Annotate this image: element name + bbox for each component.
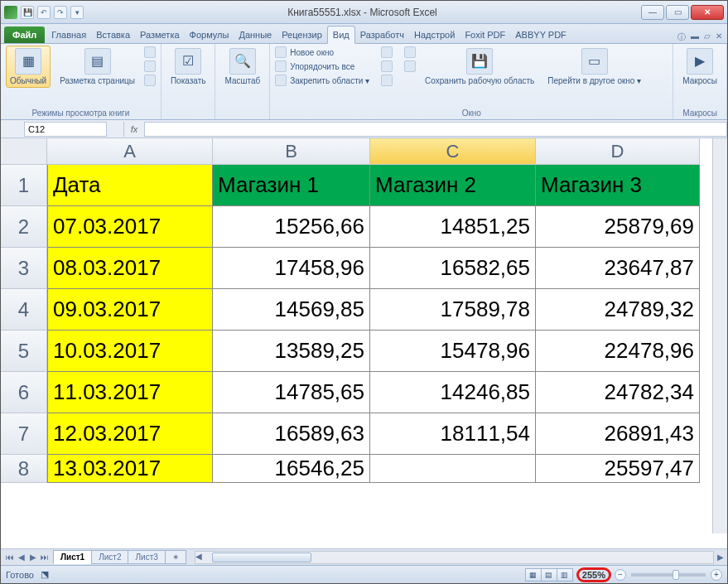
- tab-view[interactable]: Вид: [327, 26, 355, 44]
- col-header-b[interactable]: B: [213, 138, 370, 165]
- cell[interactable]: 09.03.2017: [47, 289, 213, 331]
- view-normal-icon[interactable]: ▦: [525, 568, 542, 582]
- qat-customize[interactable]: ▾: [70, 6, 84, 19]
- zoom-button[interactable]: 🔍 Масштаб: [220, 46, 264, 88]
- row-header-4[interactable]: 4: [1, 289, 47, 331]
- page-break-preview-button[interactable]: [144, 46, 156, 59]
- cell[interactable]: 16582,65: [370, 248, 536, 289]
- custom-views-button[interactable]: [144, 60, 156, 73]
- hide-button[interactable]: [381, 60, 393, 73]
- tab-layout[interactable]: Разметка: [135, 27, 185, 43]
- cell[interactable]: 16589,63: [213, 413, 370, 455]
- zoom-percent[interactable]: 255%: [576, 567, 611, 582]
- qat-redo[interactable]: ↷: [54, 6, 67, 19]
- row-header-5[interactable]: 5: [1, 331, 47, 372]
- name-box[interactable]: C12: [24, 122, 107, 137]
- vertical-scrollbar[interactable]: [712, 138, 727, 533]
- row-header-1[interactable]: 1: [1, 165, 47, 206]
- cell[interactable]: Магазин 2: [370, 165, 536, 206]
- sheet-nav-last[interactable]: ⏭: [39, 553, 51, 562]
- zoom-in-button[interactable]: +: [711, 569, 722, 581]
- tab-file[interactable]: Файл: [4, 27, 45, 43]
- ribbon-help-icon[interactable]: ⓘ: [677, 31, 686, 43]
- sync-scroll-button[interactable]: [404, 46, 416, 59]
- cell[interactable]: 08.03.2017: [47, 248, 213, 289]
- maximize-button[interactable]: ▭: [666, 5, 689, 20]
- cell[interactable]: Дата: [47, 165, 213, 206]
- tab-formulas[interactable]: Формулы: [185, 27, 234, 43]
- sheet-tab-3[interactable]: Лист3: [128, 550, 165, 564]
- minimize-button[interactable]: —: [641, 5, 664, 20]
- cell[interactable]: Магазин 3: [536, 165, 700, 206]
- hscroll-left-icon[interactable]: ◀: [195, 552, 202, 561]
- tab-home[interactable]: Главная: [46, 27, 91, 43]
- sheet-nav-prev[interactable]: ◀: [16, 553, 27, 562]
- cell[interactable]: 17589,78: [370, 289, 536, 331]
- cell[interactable]: 13589,25: [213, 331, 370, 372]
- hscroll-thumb[interactable]: [212, 553, 311, 562]
- tab-developer[interactable]: Разработч: [355, 27, 409, 43]
- sheet-nav-next[interactable]: ▶: [27, 553, 39, 562]
- new-window-button[interactable]: Новое окно: [275, 46, 369, 59]
- cell[interactable]: 16546,25: [213, 455, 370, 483]
- ribbon-close-icon[interactable]: ✕: [716, 31, 722, 43]
- switch-windows-button[interactable]: ▭ Перейти в другое окно ▾: [543, 46, 645, 88]
- cell[interactable]: 24782,34: [536, 372, 700, 413]
- cell[interactable]: 25597,47: [536, 455, 700, 483]
- cell[interactable]: 24789,32: [536, 289, 700, 331]
- cell[interactable]: 23647,87: [536, 248, 700, 289]
- split-button[interactable]: [381, 46, 393, 59]
- cell[interactable]: 11.03.2017: [47, 372, 213, 413]
- cell[interactable]: 22478,96: [536, 331, 700, 372]
- formula-input[interactable]: [145, 122, 727, 137]
- row-header-8[interactable]: 8: [1, 455, 47, 483]
- macro-record-icon[interactable]: ⬔: [41, 569, 49, 580]
- cell[interactable]: 25879,69: [536, 206, 700, 248]
- cell[interactable]: 15478,96: [370, 331, 536, 372]
- freeze-panes-button[interactable]: Закрепить области ▾: [275, 74, 369, 87]
- tab-abbyy[interactable]: ABBYY PDF: [510, 27, 571, 43]
- view-pagelayout-icon[interactable]: ▤: [541, 568, 557, 582]
- zoom-slider[interactable]: [631, 573, 706, 577]
- cell[interactable]: 07.03.2017: [47, 206, 213, 248]
- sheet-nav-first[interactable]: ⏮: [4, 553, 16, 562]
- tab-review[interactable]: Рецензир: [277, 27, 327, 43]
- full-screen-button[interactable]: [144, 74, 156, 87]
- close-button[interactable]: ✕: [691, 5, 724, 20]
- reset-pos-button[interactable]: [404, 60, 416, 73]
- ribbon-restore-icon[interactable]: ▱: [704, 31, 711, 43]
- ribbon-minimize-icon[interactable]: ▬: [691, 31, 699, 43]
- fx-icon[interactable]: fx: [123, 122, 145, 137]
- cell[interactable]: 15256,66: [213, 206, 370, 248]
- macros-button[interactable]: ▶ Макросы: [678, 46, 721, 88]
- unhide-button[interactable]: [381, 74, 393, 87]
- qat-save[interactable]: 💾: [21, 6, 34, 19]
- page-layout-button[interactable]: ▤ Разметка страницы: [55, 46, 139, 88]
- cell[interactable]: 14785,65: [213, 372, 370, 413]
- show-button[interactable]: ☑ Показать: [166, 46, 210, 88]
- cell[interactable]: 18111,54: [370, 413, 536, 455]
- row-header-6[interactable]: 6: [1, 372, 47, 413]
- cell[interactable]: Магазин 1: [213, 165, 370, 206]
- zoom-out-button[interactable]: −: [615, 569, 626, 581]
- cell[interactable]: 17458,96: [213, 248, 370, 289]
- arrange-all-button[interactable]: Упорядочить все: [275, 60, 369, 73]
- col-header-c[interactable]: C: [370, 138, 536, 165]
- cell[interactable]: 14569,85: [213, 289, 370, 331]
- sheet-tab-2[interactable]: Лист2: [91, 550, 128, 564]
- cells-grid[interactable]: Дата Магазин 1 Магазин 2 Магазин 3 07.03…: [47, 165, 712, 533]
- row-header-3[interactable]: 3: [1, 248, 47, 289]
- horizontal-scrollbar[interactable]: ◀: [195, 551, 714, 564]
- cell[interactable]: 10.03.2017: [47, 331, 213, 372]
- new-sheet-button[interactable]: ✶: [165, 550, 186, 564]
- save-workspace-button[interactable]: 💾 Сохранить рабочую область: [421, 46, 538, 88]
- cell[interactable]: 14851,25: [370, 206, 536, 248]
- view-pagebreak-icon[interactable]: ▥: [557, 568, 573, 582]
- cell[interactable]: 13.03.2017: [47, 455, 213, 483]
- tab-foxit[interactable]: Foxit PDF: [460, 27, 510, 43]
- cell[interactable]: 26891,43: [536, 413, 700, 455]
- cell[interactable]: [370, 455, 536, 483]
- col-header-d[interactable]: D: [536, 138, 700, 165]
- sheet-tab-1[interactable]: Лист1: [53, 550, 92, 564]
- normal-view-button[interactable]: ▦ Обычный: [6, 46, 51, 88]
